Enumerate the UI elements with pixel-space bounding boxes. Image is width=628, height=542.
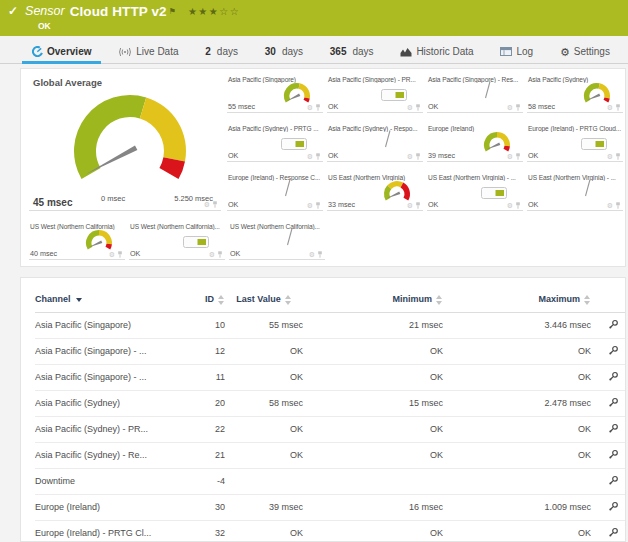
col-header-channel[interactable]: Channel [35,290,181,312]
pin-icon[interactable] [615,104,621,111]
channel-settings-icon[interactable] [608,475,619,488]
pin-icon[interactable] [217,251,223,258]
object-kind-label: Sensor [25,4,65,19]
channel-panel[interactable]: Asia Pacific (Sydney) - Respo... OK ⚙ [327,124,423,162]
pin-icon[interactable] [415,202,421,209]
channel-settings-icon[interactable] [608,319,619,332]
channel-settings-icon[interactable] [608,501,619,514]
gear-icon[interactable]: ⚙ [507,202,513,209]
tab-2-days-label: days [217,46,238,57]
pin-icon[interactable] [117,251,123,258]
cell-id: 21 [181,442,225,468]
panel-title: Asia Pacific (Sydney) - PRTG ... [227,124,323,132]
cell-minimum: OK [303,364,443,390]
gear-icon[interactable]: ⚙ [209,251,215,258]
sensor-title: Cloud HTTP v2 [70,4,167,19]
log-table-icon [500,47,512,56]
global-average-panel[interactable]: Global Average 0 msec 5.250 msec 45 msec… [29,75,221,211]
gear-icon[interactable]: ⚙ [307,202,313,209]
pin-icon[interactable] [212,201,218,208]
gear-icon[interactable]: ⚙ [204,201,210,208]
cell-maximum: 2.478 msec [443,390,591,416]
channel-settings-icon[interactable] [608,397,619,410]
gear-icon[interactable]: ⚙ [607,202,613,209]
channel-panel[interactable]: US East (Northern Virginia) 33 msec ⚙ [327,173,423,211]
cell-minimum: 16 msec [303,494,443,520]
gear-icon[interactable]: ⚙ [407,104,413,111]
tab-live-data[interactable]: Live Data [114,40,182,63]
channel-settings-icon[interactable] [608,371,619,384]
col-header-maximum[interactable]: Maximum [443,290,591,312]
tab-365-days[interactable]: 365 days [326,40,378,63]
table-row: Downtime -4 [35,468,626,494]
pin-icon[interactable] [615,153,621,160]
channel-settings-icon[interactable] [608,449,619,462]
gear-icon[interactable]: ⚙ [507,153,513,160]
pin-icon[interactable] [415,104,421,111]
flag-icon[interactable]: ⚑ [169,4,176,19]
channel-panel[interactable]: Europe (Ireland) - Response C... OK ⚙ [227,173,323,211]
col-header-last-value[interactable]: Last Value [225,290,303,312]
col-header-minimum[interactable]: Minimum [303,290,443,312]
tab-log[interactable]: Log [496,40,537,63]
panel-title: Global Average [29,75,221,88]
gear-icon[interactable]: ⚙ [307,153,313,160]
channel-panel[interactable]: Asia Pacific (Singapore) - Res... OK ⚙ [427,75,523,113]
channel-settings-icon[interactable] [608,345,619,358]
gear-icon[interactable]: ⚙ [109,251,115,258]
tab-historic-data-label: Historic Data [416,46,473,57]
tab-settings[interactable]: ⚙ Settings [556,40,614,63]
gear-icon[interactable]: ⚙ [507,104,513,111]
tab-30-days-number: 30 [265,46,276,57]
pin-icon[interactable] [315,104,321,111]
table-row: Asia Pacific (Singapore) - ... 11 OK OK … [35,364,626,390]
channel-table-card: Channel ID Last Value Minimum Maximum [20,277,626,542]
gear-icon[interactable]: ⚙ [307,104,313,111]
col-header-id[interactable]: ID [181,290,225,312]
gear-icon[interactable]: ⚙ [309,251,315,258]
channel-panel[interactable]: US West (Northern California)... OK ⚙ [229,222,325,260]
tab-historic-data[interactable]: Historic Data [396,40,477,63]
pin-icon[interactable] [317,251,323,258]
channel-settings-icon[interactable] [608,423,619,436]
channel-panel[interactable]: US East (Northern Virginia) - ... OK ⚙ [527,173,623,211]
channel-settings-icon[interactable] [608,527,619,540]
channel-panel[interactable]: US East (Northern Virginia) - ... OK ⚙ [427,173,523,211]
channel-panel[interactable]: Europe (Ireland) 39 msec ⚙ [427,124,523,162]
tab-30-days[interactable]: 30 days [261,40,307,63]
pin-icon[interactable] [515,153,521,160]
channel-panel[interactable]: Europe (Ireland) - PRTG Cloud... OK ⚙ [527,124,623,162]
pin-icon[interactable] [515,202,521,209]
priority-stars[interactable]: ★★★☆☆ [188,4,240,19]
channel-panel[interactable]: Asia Pacific (Sydney) 58 msec ⚙ [527,75,623,113]
table-row: Europe (Ireland) - PRTG Cl... 32 OK OK O… [35,520,626,542]
table-header-row: Channel ID Last Value Minimum Maximum [35,290,626,312]
gear-icon[interactable]: ⚙ [607,153,613,160]
tab-2-days[interactable]: 2 days [201,40,242,63]
panel-value: 39 msec [428,151,455,160]
table-row: Asia Pacific (Sydney) - Re... 21 OK OK O… [35,442,626,468]
table-row: Europe (Ireland) 30 39 msec 16 msec 1.00… [35,494,626,520]
pin-icon[interactable] [315,202,321,209]
channel-panel[interactable]: Asia Pacific (Singapore) 55 msec ⚙ [227,75,323,113]
pin-icon[interactable] [615,202,621,209]
channel-panel[interactable]: Asia Pacific (Singapore) - PR... OK ⚙ [327,75,423,113]
pin-icon[interactable] [315,153,321,160]
gear-icon[interactable]: ⚙ [607,104,613,111]
gear-icon[interactable]: ⚙ [407,153,413,160]
channel-panel[interactable]: Asia Pacific (Sydney) - PRTG ... OK ⚙ [227,124,323,162]
pin-icon[interactable] [415,153,421,160]
pin-icon[interactable] [515,104,521,111]
live-data-antenna-icon [118,47,132,57]
channel-panel[interactable]: US West (Northern California)... OK ⚙ [129,222,225,260]
cell-last-value: OK [225,416,303,442]
cell-minimum: OK [303,416,443,442]
cell-id: 30 [181,494,225,520]
table-row: Asia Pacific (Singapore) - ... 12 OK OK … [35,338,626,364]
cell-last-value: 58 msec [225,390,303,416]
channel-panel[interactable]: US West (Northern California) 40 msec ⚙ [29,222,125,260]
cell-channel: Europe (Ireland) [35,494,181,520]
cell-channel: Downtime [35,468,181,494]
gear-icon[interactable]: ⚙ [407,202,413,209]
tab-overview[interactable]: Overview [28,40,95,63]
